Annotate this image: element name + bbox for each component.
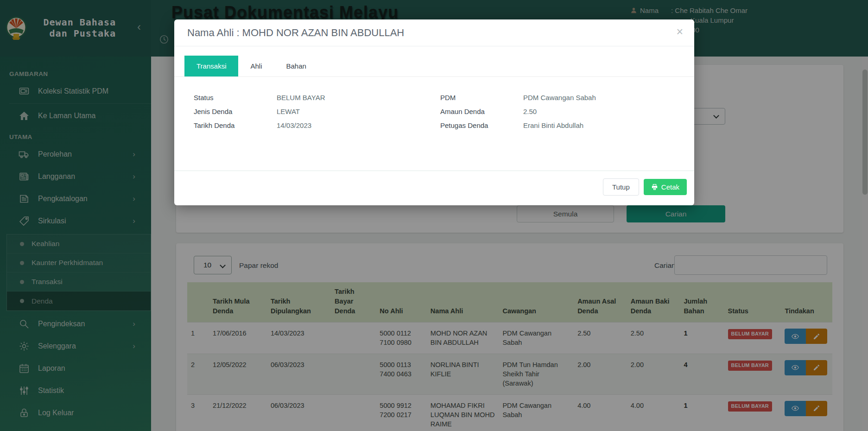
field-value: LEWAT — [277, 108, 300, 115]
modal-body: Status BELUM BAYAR Jenis Denda LEWAT Tar… — [174, 77, 694, 171]
field-label: Status — [194, 94, 277, 101]
field-label: Amaun Denda — [440, 108, 523, 115]
tab-ahli[interactable]: Ahli — [238, 56, 274, 76]
field-jenis-denda: Jenis Denda LEWAT — [194, 108, 440, 115]
field-value: Erani Binti Abdullah — [523, 121, 583, 129]
tab-transaksi[interactable]: Transaksi — [184, 56, 238, 76]
modal-title: Nama Ahli : MOHD NOR AZAN BIN ABDULLAH — [187, 27, 404, 39]
field-label: Jenis Denda — [194, 108, 277, 115]
modal-tabs: Transaksi Ahli Bahan — [174, 46, 694, 77]
fields-right: PDM PDM Cawangan Sabah Amaun Denda 2.50 … — [440, 94, 694, 171]
field-status: Status BELUM BAYAR — [194, 94, 440, 101]
field-pdm: PDM PDM Cawangan Sabah — [440, 94, 694, 101]
member-detail-modal: Nama Ahli : MOHD NOR AZAN BIN ABDULLAH ×… — [174, 19, 694, 205]
print-icon — [651, 184, 658, 190]
field-amaun-denda: Amaun Denda 2.50 — [440, 108, 694, 115]
field-label: PDM — [440, 94, 523, 101]
field-value: 2.50 — [523, 108, 537, 115]
field-value: BELUM BAYAR — [277, 94, 325, 101]
field-tarikh-denda: Tarikh Denda 14/03/2023 — [194, 121, 440, 129]
field-label: Tarikh Denda — [194, 121, 277, 129]
field-petugas-denda: Petugas Denda Erani Binti Abdullah — [440, 121, 694, 129]
app-window: Dewan Bahasa dan Pustaka ‹ GAMBARAN Kole… — [0, 0, 868, 431]
field-value: PDM Cawangan Sabah — [523, 94, 596, 101]
modal-header: Nama Ahli : MOHD NOR AZAN BIN ABDULLAH × — [174, 19, 694, 46]
tab-bahan[interactable]: Bahan — [274, 56, 318, 76]
cetak-button[interactable]: Cetak — [644, 179, 687, 195]
field-value: 14/03/2023 — [277, 121, 311, 129]
field-label: Petugas Denda — [440, 121, 523, 129]
tutup-button[interactable]: Tutup — [603, 178, 639, 196]
fields-left: Status BELUM BAYAR Jenis Denda LEWAT Tar… — [194, 94, 440, 171]
modal-footer: Tutup Cetak — [174, 171, 694, 203]
cetak-label: Cetak — [661, 183, 679, 191]
close-icon[interactable]: × — [676, 26, 683, 38]
